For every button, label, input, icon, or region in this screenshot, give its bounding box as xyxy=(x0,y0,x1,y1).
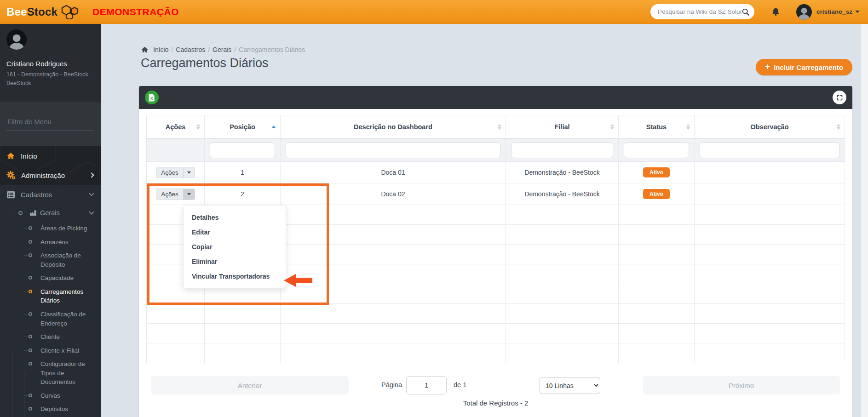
search-icon[interactable] xyxy=(742,8,750,16)
sidebar-item-configurador-de-tipos-de-documentos[interactable]: Configurador de Tipos de Documentos xyxy=(0,357,101,389)
filter-input-status[interactable] xyxy=(624,143,689,158)
menu-filter-input[interactable] xyxy=(6,115,94,131)
caret-down-icon[interactable] xyxy=(183,189,195,200)
sidebar-item-capacidade[interactable]: Capacidade xyxy=(0,271,101,285)
sidebar-item-cadastros[interactable]: Cadastros xyxy=(0,185,101,204)
menu-item-editar[interactable]: Editar xyxy=(184,225,286,240)
avatar[interactable] xyxy=(796,4,812,20)
sidebar-item-administracao[interactable]: Administração xyxy=(0,166,101,185)
menu-filter-block xyxy=(0,102,101,146)
cell-descricao: Doca 02 xyxy=(281,183,506,205)
sidebar-user-subtitle: 161 - Demonstração - BeeStock BeeStock xyxy=(6,70,94,88)
cell-observacao xyxy=(695,162,845,183)
page-label: Página xyxy=(381,381,402,388)
breadcrumb-current: Carregamentos Diários xyxy=(239,46,305,53)
sidebar-item-carregamentos-diarios[interactable]: Carregamentos Diários xyxy=(0,285,101,308)
table-filter-row xyxy=(146,139,845,162)
page-scrollbar[interactable] xyxy=(861,24,868,417)
home-icon xyxy=(6,152,15,160)
acoes-dropdown-button-open[interactable]: Ações xyxy=(156,189,195,200)
excel-export-icon[interactable]: X xyxy=(145,91,159,104)
sort-asc-icon xyxy=(271,126,276,128)
breadcrumb-gerais[interactable]: Gerais xyxy=(213,46,231,53)
next-page-button[interactable]: Próximo xyxy=(643,376,840,394)
cell-filial: Demonstração - BeeStock xyxy=(506,162,619,183)
chevron-down-icon xyxy=(89,209,94,214)
column-header-filial[interactable]: Filial xyxy=(506,115,619,138)
sort-icon xyxy=(498,124,501,130)
industry-icon xyxy=(29,210,37,216)
menu-item-eliminar[interactable]: Eliminar xyxy=(184,254,286,269)
filter-input-observacao[interactable] xyxy=(700,143,839,158)
beestock-logo[interactable]: BeeStock xyxy=(6,5,80,19)
cell-filial: Demonstração - BeeStock xyxy=(506,183,619,205)
bell-icon[interactable] xyxy=(771,7,781,17)
status-badge: Ativo xyxy=(643,167,670,177)
sidebar-item-gerais[interactable]: Gerais xyxy=(0,204,101,222)
column-header-observacao[interactable]: Observação xyxy=(695,115,845,138)
breadcrumb-cadastros[interactable]: Cadastros xyxy=(176,46,205,53)
page-number-input[interactable] xyxy=(406,376,447,394)
acoes-dropdown-button[interactable]: Ações xyxy=(156,167,195,178)
tree-bullet xyxy=(18,211,23,215)
sort-icon xyxy=(837,124,840,130)
cell-posicao: 1 xyxy=(205,162,281,183)
filter-input-posicao[interactable] xyxy=(210,143,275,158)
cell-posicao: 2 xyxy=(205,183,281,205)
sidebar-user-name: Cristiano Rodrigues xyxy=(6,60,94,68)
table-row: Ações 2 Doca 02 Demonstração - BeeStock … xyxy=(146,183,845,205)
home-icon[interactable] xyxy=(141,46,149,53)
cadastros-section: Cadastros Gerais Áreas de Picking Armazé… xyxy=(0,185,101,417)
column-header-acoes[interactable]: Ações xyxy=(146,115,205,138)
breadcrumb: Início / Cadastros / Gerais / Carregamen… xyxy=(141,46,308,53)
sidebar-item-associacao-de-deposito[interactable]: Associação de Depósito xyxy=(0,249,101,271)
sidebar-item-curvas[interactable]: Curvas xyxy=(0,389,101,403)
sidebar-item-cliente-x-filial[interactable]: Cliente x Filial xyxy=(0,344,101,358)
sidebar-nav: Início Administração xyxy=(0,146,101,417)
total-records-label: Total de Registros - 2 xyxy=(139,399,852,407)
sidebar-item-depositos[interactable]: Depósitos xyxy=(0,402,101,416)
column-header-descricao[interactable]: Descrição no Dashboard xyxy=(281,115,506,138)
column-header-posicao[interactable]: Posição xyxy=(205,115,281,138)
column-header-status[interactable]: Status xyxy=(619,115,695,138)
gears-icon xyxy=(6,171,16,180)
sidebar-item-classificacao-de-endereco[interactable]: Classificação de Endereço xyxy=(0,308,101,330)
page-of-label: de 1 xyxy=(454,381,466,388)
filter-input-filial[interactable] xyxy=(511,143,613,158)
status-badge: Ativo xyxy=(643,189,670,199)
sidebar-item-areas-de-picking[interactable]: Áreas de Picking xyxy=(0,222,101,235)
table-row: Ações 1 Doca 01 Demonstração - BeeStock … xyxy=(146,162,845,183)
menu-item-vincular-transportadoras[interactable]: Vincular Transportadoras xyxy=(184,269,286,284)
breadcrumb-inicio[interactable]: Início xyxy=(153,46,168,53)
table-toolbar: X xyxy=(139,86,852,109)
cell-observacao xyxy=(695,183,845,205)
app-header: BeeStock DEMONSTRAÇÃO cristiano_sz xyxy=(0,0,868,24)
sidebar-item-armazens[interactable]: Armazéns xyxy=(0,235,101,249)
sort-icon xyxy=(196,124,200,130)
menu-item-copiar[interactable]: Copiar xyxy=(184,240,286,254)
table-row-empty xyxy=(146,343,845,363)
rows-per-page-select[interactable]: 10 Linhas xyxy=(540,377,600,394)
incluir-carregamento-button[interactable]: + Incluir Carregamento xyxy=(756,59,852,75)
honeycomb-icon xyxy=(60,5,80,19)
environment-label: DEMONSTRAÇÃO xyxy=(92,6,179,17)
sort-icon xyxy=(610,124,614,130)
table-row-empty xyxy=(146,304,845,324)
list-icon xyxy=(6,191,15,199)
previous-page-button[interactable]: Anterior xyxy=(151,376,349,394)
page-title: Carregamentos Diários xyxy=(141,56,269,70)
caret-down-icon[interactable] xyxy=(183,167,195,178)
caret-down-icon[interactable] xyxy=(855,11,860,13)
username[interactable]: cristiano_sz xyxy=(816,8,852,15)
menu-item-detalhes[interactable]: Detalhes xyxy=(184,210,286,225)
wiki-search-input[interactable] xyxy=(658,8,742,15)
sidebar: Cristiano Rodrigues 161 - Demonstração -… xyxy=(0,24,101,417)
sort-icon xyxy=(686,124,690,130)
filter-input-descricao[interactable] xyxy=(286,143,500,158)
cell-descricao: Doca 01 xyxy=(281,162,506,183)
fullscreen-icon[interactable] xyxy=(833,91,846,104)
sidebar-item-cliente[interactable]: Cliente xyxy=(0,330,101,344)
table-row-empty xyxy=(146,324,845,343)
sidebar-item-inicio[interactable]: Início xyxy=(0,146,101,166)
sidebar-avatar xyxy=(6,29,27,50)
